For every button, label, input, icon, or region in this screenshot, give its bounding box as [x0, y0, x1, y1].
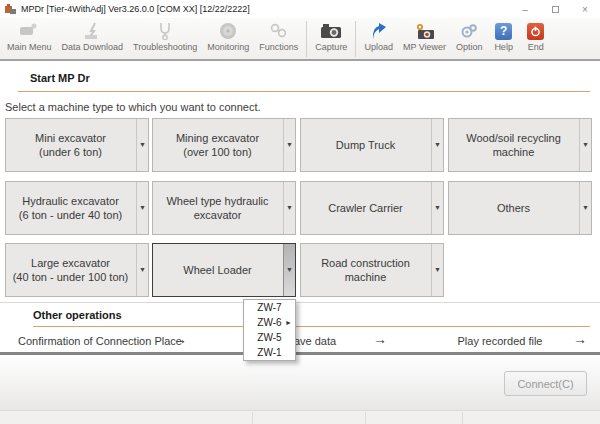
toolbar-upload[interactable]: Upload [359, 20, 398, 58]
dropdown-trigger[interactable]: ▼ [579, 119, 591, 171]
machine-button-dump-truck[interactable]: Dump Truck ▼ [300, 118, 444, 172]
dropdown-trigger[interactable]: ▼ [283, 244, 295, 296]
menu-item-label: ZW-6 [257, 317, 281, 328]
monitoring-icon [217, 21, 239, 41]
machine-button-wheel-type-hydraulic-excavator[interactable]: Wheel type hydraulic excavator ▼ [152, 181, 296, 235]
menu-item-zw6[interactable]: ZW-6 ► [244, 315, 295, 330]
data-download-icon [81, 21, 103, 41]
machine-button-wood-soil-recycling[interactable]: Wood/soil recycling machine ▼ [448, 118, 592, 172]
toolbar-label: Option [456, 42, 483, 52]
toolbar-data-download[interactable]: Data Download [57, 20, 129, 58]
maximize-icon [552, 6, 559, 13]
option-icon [458, 21, 480, 41]
menu-item-zw5[interactable]: ZW-5 [244, 330, 295, 345]
op-play-save-data[interactable]: Play save data → [200, 329, 400, 353]
arrow-right-icon: → [173, 331, 187, 347]
arrow-right-icon: → [373, 331, 387, 347]
machine-button-others[interactable]: Others ▼ [448, 181, 592, 235]
troubleshooting-icon [154, 21, 176, 41]
menu-item-label: ZW-5 [257, 332, 281, 343]
title-bar: MPDr [Tier-4WithAdj] Ver3.26.0.0 [COM XX… [0, 0, 600, 18]
help-icon: ? [493, 21, 515, 41]
dropdown-trigger[interactable]: ▼ [431, 244, 443, 296]
machine-button-mining-excavator[interactable]: Mining excavator(over 100 ton) ▼ [152, 118, 296, 172]
toolbar-label: MP Viewer [403, 42, 446, 52]
dropdown-trigger[interactable]: ▼ [136, 119, 148, 171]
dropdown-arrow-icon: ▼ [139, 138, 146, 152]
toolbar-main-menu[interactable]: Main Menu [2, 20, 57, 58]
toolbar-label: Functions [259, 42, 298, 52]
other-operations-heading: Other operations [33, 309, 122, 321]
toolbar-label: Capture [315, 42, 347, 52]
main-menu-icon [18, 21, 40, 41]
toolbar-label: End [528, 42, 544, 52]
op-label: Play recorded file [458, 335, 543, 347]
menu-item-label: ZW-1 [257, 347, 281, 358]
machine-button-wheel-loader[interactable]: Wheel Loader ▼ [152, 243, 296, 297]
other-operations-divider [33, 326, 590, 327]
machine-button-label: Others [497, 201, 530, 215]
dropdown-arrow-icon: ▼ [286, 263, 293, 277]
instruction-text: Select a machine type to which you want … [5, 101, 261, 113]
dropdown-trigger[interactable]: ▼ [283, 119, 295, 171]
menu-item-zw7[interactable]: ZW-7 [244, 300, 295, 315]
statusbar-divider [365, 412, 366, 424]
maximize-button[interactable] [540, 0, 570, 18]
window-title: MPDr [Tier-4WithAdj] Ver3.26.0.0 [COM XX… [21, 4, 250, 14]
minimize-button[interactable]: – [510, 0, 540, 18]
toolbar-separator [355, 21, 356, 57]
dropdown-arrow-icon: ▼ [582, 201, 589, 215]
toolbar-capture[interactable]: Capture [310, 20, 352, 58]
statusbar-divider [462, 412, 463, 424]
op-label: Confirmation of Connection Place [18, 335, 182, 347]
machine-button-label: Crawler Carrier [328, 201, 403, 215]
machine-button-label: Road construction machine [301, 256, 430, 284]
machine-button-label: Wood/soil recycling machine [449, 131, 578, 159]
mp-viewer-icon [414, 21, 436, 41]
dropdown-trigger[interactable]: ▼ [431, 182, 443, 234]
menu-item-zw1[interactable]: ZW-1 [244, 345, 295, 360]
menu-item-label: ZW-7 [257, 302, 281, 313]
functions-icon [268, 21, 290, 41]
dropdown-trigger[interactable]: ▼ [136, 182, 148, 234]
dropdown-arrow-icon: ▼ [286, 201, 293, 215]
machine-button-road-construction[interactable]: Road construction machine ▼ [300, 243, 444, 297]
heading-divider [18, 91, 590, 92]
statusbar-divider [252, 412, 253, 424]
toolbar-label: Help [494, 42, 513, 52]
op-play-recorded-file[interactable]: Play recorded file → [400, 329, 600, 353]
machine-button-label: Large excavator(40 ton - under 100 ton) [13, 256, 129, 284]
machine-button-mini-excavator[interactable]: Mini excavator(under 6 ton) ▼ [5, 118, 149, 172]
toolbar-troubleshooting[interactable]: Troubleshooting [128, 20, 202, 58]
machine-button-hydraulic-excavator[interactable]: Hydraulic excavator(6 ton - under 40 ton… [5, 181, 149, 235]
dropdown-trigger[interactable]: ▼ [579, 182, 591, 234]
toolbar-label: Upload [364, 42, 393, 52]
op-confirmation-of-connection-place[interactable]: Confirmation of Connection Place → [0, 329, 200, 353]
toolbar-separator [306, 21, 307, 57]
dropdown-arrow-icon: ▼ [434, 138, 441, 152]
dropdown-trigger[interactable]: ▼ [136, 244, 148, 296]
machine-button-large-excavator[interactable]: Large excavator(40 ton - under 100 ton) … [5, 243, 149, 297]
toolbar-help[interactable]: ? Help [488, 20, 520, 58]
toolbar-monitoring[interactable]: Monitoring [202, 20, 254, 58]
toolbar-option[interactable]: Option [451, 20, 488, 58]
dropdown-trigger[interactable]: ▼ [431, 119, 443, 171]
upload-icon [368, 21, 390, 41]
other-operations-section: Other operations Confirmation of Connect… [0, 302, 600, 355]
toolbar-mp-viewer[interactable]: MP Viewer [398, 20, 451, 58]
dropdown-trigger[interactable]: ▼ [283, 182, 295, 234]
help-question-glyph: ? [495, 23, 512, 40]
submenu-arrow-icon: ► [285, 319, 292, 326]
machine-button-label: Wheel type hydraulic excavator [153, 194, 282, 222]
toolbar-functions[interactable]: Functions [254, 20, 303, 58]
machine-button-crawler-carrier[interactable]: Crawler Carrier ▼ [300, 181, 444, 235]
close-button[interactable]: × [570, 0, 600, 18]
toolbar-end[interactable]: End [520, 20, 552, 58]
connect-button[interactable]: Connect(C) [504, 371, 587, 396]
dropdown-arrow-icon: ▼ [139, 263, 146, 277]
arrow-right-icon: → [573, 331, 587, 347]
dropdown-arrow-icon: ▼ [286, 138, 293, 152]
status-bar [0, 410, 600, 424]
toolbar-label: Data Download [62, 42, 124, 52]
toolbar: Main Menu Data Download Troubleshooting [0, 18, 600, 61]
